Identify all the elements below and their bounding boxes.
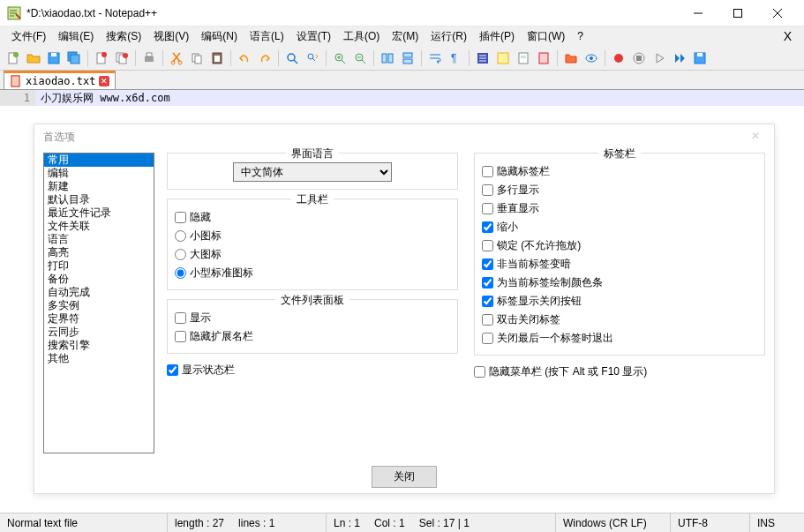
svg-rect-41 — [697, 53, 703, 56]
category-backup[interactable]: 备份 — [44, 273, 154, 286]
status-mode[interactable]: INS — [750, 513, 804, 532]
print-button[interactable] — [139, 49, 159, 68]
category-default-dir[interactable]: 默认目录 — [44, 193, 154, 206]
dialog-close-icon[interactable]: ✕ — [751, 130, 765, 144]
hide-menubar-check[interactable]: 隐藏菜单栏 (按下 Alt 或 F10 显示) — [474, 364, 765, 379]
folder-button[interactable] — [561, 49, 581, 68]
minimize-button[interactable] — [678, 0, 718, 26]
sync-v-button[interactable] — [378, 49, 397, 68]
doc-panel-legend: 文件列表面板 — [275, 293, 349, 308]
doc-map-button[interactable] — [514, 49, 533, 68]
tab-color-bar-check[interactable]: 为当前标签绘制颜色条 — [482, 273, 757, 292]
close-window-button[interactable] — [757, 0, 797, 26]
tab-close-exit-check[interactable]: 关闭最后一个标签时退出 — [482, 329, 757, 348]
category-multi-instance[interactable]: 多实例 — [44, 299, 154, 312]
toolbar-std-radio[interactable]: 小型标准图标 — [175, 264, 450, 282]
category-delimiter[interactable]: 定界符 — [44, 312, 154, 326]
tab-lock-check[interactable]: 锁定 (不允许拖放) — [482, 236, 757, 255]
category-recent[interactable]: 最近文件记录 — [44, 206, 154, 220]
ui-language-select[interactable]: 中文简体 — [233, 162, 392, 182]
menu-settings[interactable]: 设置(T) — [290, 27, 337, 46]
close-all-button[interactable] — [112, 49, 131, 68]
doc-list-button[interactable] — [534, 49, 553, 68]
text-editor[interactable]: 1 小刀娱乐网 www.x6d.com — [0, 90, 804, 106]
menu-file[interactable]: 文件(F) — [5, 27, 52, 46]
menu-view[interactable]: 视图(V) — [147, 27, 195, 46]
category-highlight[interactable]: 高亮 — [44, 246, 154, 259]
new-file-button[interactable] — [4, 49, 23, 68]
menu-encoding[interactable]: 编码(N) — [195, 27, 244, 46]
cut-button[interactable] — [167, 49, 186, 68]
status-eol[interactable]: Windows (CR LF) — [556, 513, 671, 532]
menu-tools[interactable]: 工具(O) — [337, 27, 386, 46]
replace-button[interactable] — [303, 49, 322, 68]
category-list[interactable]: 常用 编辑 新建 默认目录 最近文件记录 文件关联 语言 高亮 打印 备份 自动… — [43, 153, 154, 453]
document-tab[interactable]: xiaodao.txt ✕ — [4, 71, 116, 89]
play-multi-button[interactable] — [670, 49, 689, 68]
monitor-button[interactable] — [582, 49, 601, 68]
category-editing[interactable]: 编辑 — [44, 167, 154, 180]
status-encoding[interactable]: UTF-8 — [671, 513, 750, 532]
play-button[interactable] — [650, 49, 669, 68]
category-general[interactable]: 常用 — [44, 154, 154, 167]
menu-run[interactable]: 运行(R) — [425, 27, 473, 46]
tab-dblclose-check[interactable]: 双击关闭标签 — [482, 311, 757, 329]
category-print[interactable]: 打印 — [44, 259, 154, 273]
status-sel: Sel : 17 | 1 — [419, 517, 470, 529]
stop-record-button[interactable] — [629, 49, 649, 68]
tab-multiline-check[interactable]: 多行显示 — [482, 181, 757, 199]
svg-rect-13 — [145, 56, 154, 62]
menu-help[interactable]: ? — [571, 28, 590, 44]
wordwrap-button[interactable] — [425, 49, 445, 68]
menu-plugins[interactable]: 插件(P) — [473, 27, 521, 46]
category-file-assoc[interactable]: 文件关联 — [44, 220, 154, 233]
toolbar-hide-check[interactable]: 隐藏 — [175, 208, 450, 227]
show-statusbar-check[interactable]: 显示状态栏 — [167, 363, 458, 378]
tab-hide-check[interactable]: 隐藏标签栏 — [482, 162, 757, 181]
menu-window[interactable]: 窗口(W) — [521, 27, 571, 46]
menu-search[interactable]: 搜索(S) — [100, 27, 147, 46]
open-file-button[interactable] — [24, 49, 43, 68]
menu-language[interactable]: 语言(L) — [244, 27, 290, 46]
category-search-engine[interactable]: 搜索引擎 — [44, 339, 154, 352]
editor-content[interactable]: 小刀娱乐网 www.x6d.com — [35, 90, 804, 106]
tab-vertical-check[interactable]: 垂直显示 — [482, 199, 757, 218]
paste-button[interactable] — [207, 49, 227, 68]
menu-close-x[interactable]: X — [777, 29, 799, 43]
save-macro-button[interactable] — [690, 49, 710, 68]
toolbar-small-radio[interactable]: 小图标 — [175, 227, 450, 245]
sync-h-button[interactable] — [398, 49, 417, 68]
svg-rect-28 — [403, 59, 412, 64]
category-new[interactable]: 新建 — [44, 180, 154, 193]
save-all-button[interactable] — [64, 49, 84, 68]
panel-hideext-check[interactable]: 隐藏扩展名栏 — [175, 327, 450, 346]
save-button[interactable] — [44, 49, 64, 68]
indent-guide-button[interactable] — [473, 49, 492, 68]
category-cloud[interactable]: 云同步 — [44, 326, 154, 339]
tab-show-close-check[interactable]: 标签显示关闭按钮 — [482, 292, 757, 311]
redo-button[interactable] — [255, 49, 274, 68]
undo-button[interactable] — [235, 49, 254, 68]
category-autocomplete[interactable]: 自动完成 — [44, 286, 154, 299]
toolbar-large-radio[interactable]: 大图标 — [175, 245, 450, 264]
tab-inactive-dark-check[interactable]: 非当前标签变暗 — [482, 255, 757, 273]
menu-macro[interactable]: 宏(M) — [386, 27, 425, 46]
panel-show-check[interactable]: 显示 — [175, 309, 450, 327]
category-language[interactable]: 语言 — [44, 233, 154, 246]
tab-shrink-check[interactable]: 缩小 — [482, 218, 757, 236]
record-button[interactable] — [609, 49, 628, 68]
menu-edit[interactable]: 编辑(E) — [52, 27, 100, 46]
user-lang-button[interactable] — [493, 49, 513, 68]
zoom-in-button[interactable] — [330, 49, 349, 68]
dialog-close-button[interactable]: 关闭 — [372, 466, 437, 488]
svg-rect-18 — [195, 56, 201, 64]
tabbar-group: 标签栏 隐藏标签栏 多行显示 垂直显示 缩小 锁定 (不允许拖放) 非当前标签变… — [474, 153, 765, 356]
find-button[interactable] — [282, 49, 302, 68]
zoom-out-button[interactable] — [350, 49, 370, 68]
maximize-button[interactable] — [718, 0, 757, 26]
tab-close-icon[interactable]: ✕ — [99, 76, 109, 86]
close-file-button[interactable] — [92, 49, 111, 68]
category-misc[interactable]: 其他 — [44, 352, 154, 365]
show-all-button[interactable]: ¶ — [446, 49, 465, 68]
copy-button[interactable] — [187, 49, 207, 68]
